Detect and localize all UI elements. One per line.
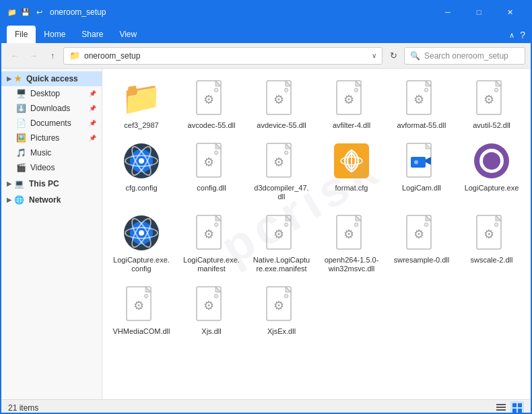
address-path: oneroom_setup (84, 51, 140, 61)
file-item[interactable]: ⚙ ⚙ LogiCapture.exe. manifest (178, 209, 245, 277)
file-item[interactable]: cfg.config (108, 137, 175, 205)
sidebar-item-pictures[interactable]: 🖼️ Pictures 📌 (1, 131, 102, 145)
address-dropdown-icon[interactable]: ∨ (372, 52, 376, 59)
file-item[interactable]: ⚙ ⚙ openh264-1.5.0- win32msvc.dll (318, 209, 385, 277)
file-icon-LogiCapture.exe (471, 141, 512, 181)
file-item[interactable]: ⚙ ⚙ swscale-2.dll (458, 209, 525, 277)
refresh-button[interactable]: ↻ (385, 48, 401, 64)
file-icon-swresample-0.dll: ⚙ ⚙ (401, 213, 442, 253)
file-icon-Native.LogiCapture.exe.manifest: ⚙ ⚙ (261, 213, 302, 253)
file-label: Xjs.dll (201, 327, 221, 336)
search-icon: 🔍 (410, 51, 420, 61)
up-button[interactable]: ↑ (44, 48, 61, 64)
file-item[interactable]: 📁cef3_2987 (108, 74, 175, 134)
minimize-button[interactable]: ─ (432, 1, 463, 23)
svg-text:⚙: ⚙ (484, 93, 494, 106)
file-item[interactable]: ⚙ ⚙ d3dcompiler_47. dll (248, 137, 315, 205)
file-label: avfilter-4.dll (333, 121, 370, 130)
file-label: swresample-0.dll (394, 256, 450, 265)
file-item[interactable]: ⚙ ⚙ avfilter-4.dll (318, 74, 385, 134)
dll-icon: ⚙ ⚙ (265, 214, 298, 252)
file-item[interactable]: ⚙ ⚙ Xjs.dll (178, 280, 245, 340)
forward-button[interactable]: → (26, 48, 42, 64)
svg-text:⚙: ⚙ (133, 299, 144, 312)
search-placeholder: Search oneroom_setup (424, 51, 508, 61)
file-item[interactable]: ⚙ ⚙ avutil-52.dll (458, 74, 525, 134)
sidebar-item-desktop[interactable]: 🖥️ Desktop 📌 (1, 86, 102, 101)
close-button[interactable]: ✕ (494, 1, 525, 23)
atom-icon (124, 215, 159, 250)
svg-rect-83 (496, 407, 506, 408)
svg-text:⚙: ⚙ (213, 221, 219, 228)
ribbon-tabs: File Home Share View ∧ ? (1, 23, 531, 43)
list-view-button[interactable] (494, 401, 508, 415)
file-item[interactable]: ⚙ ⚙ avformat-55.dll (388, 74, 455, 134)
file-label: VHMediaCOM.dll (113, 327, 170, 336)
svg-text:⚙: ⚙ (343, 228, 354, 241)
search-field[interactable]: 🔍 Search oneroom_setup (404, 47, 525, 65)
sidebar-item-documents[interactable]: 📄 Documents 📌 (1, 116, 102, 131)
help-button[interactable]: ? (520, 30, 525, 40)
back-button[interactable]: ← (7, 48, 23, 64)
file-label: avdevice-55.dll (257, 121, 306, 130)
file-item[interactable]: ⚙ ⚙ XjsEx.dll (248, 280, 315, 340)
pin-icon-downloads: 📌 (89, 105, 96, 112)
file-item[interactable]: ⚙ ⚙ VHMediaCOM.dll (108, 280, 175, 340)
grid-view-button[interactable] (510, 401, 524, 415)
ribbon-expand-button[interactable]: ∧ ? (509, 30, 525, 43)
sidebar-section-this-pc: ▶ 💻 This PC (1, 176, 102, 191)
svg-text:⚙: ⚙ (213, 293, 219, 300)
file-item[interactable]: ⚙ ⚙ swresample-0.dll (388, 209, 455, 277)
file-icon-config.dll: ⚙ ⚙ (191, 141, 232, 181)
tab-view[interactable]: View (111, 26, 145, 43)
sidebar-header-network[interactable]: ▶ 🌐 Network (1, 193, 102, 207)
svg-text:⚙: ⚙ (273, 156, 284, 169)
dll-icon: ⚙ ⚙ (335, 214, 368, 252)
file-item[interactable]: LogiCam.dll (388, 137, 455, 205)
window-icon-undo: ↩ (34, 7, 44, 18)
sidebar-item-downloads[interactable]: ⬇️ Downloads 📌 (1, 101, 102, 116)
sidebar-item-videos[interactable]: 🎬 Videos (1, 160, 102, 175)
sidebar-item-music[interactable]: 🎵 Music (1, 145, 102, 160)
file-item[interactable]: LogiCapture.exe (458, 137, 525, 205)
svg-rect-87 (512, 409, 517, 413)
file-icon-LogiCam.dll (401, 141, 442, 181)
file-icon-LogiCapture.exe.manifest: ⚙ ⚙ (191, 213, 232, 253)
tab-file[interactable]: File (7, 26, 36, 43)
svg-text:⚙: ⚙ (203, 299, 214, 312)
window-icon-folder: 📁 (7, 7, 18, 18)
grid-view-icon (512, 403, 522, 413)
tab-share[interactable]: Share (73, 26, 111, 43)
sidebar-header-quick-access[interactable]: ▶ ★ Quick access (1, 71, 102, 86)
file-item[interactable]: ⚙ ⚙ avdevice-55.dll (248, 74, 315, 134)
file-label: avcodec-55.dll (188, 121, 236, 130)
file-item[interactable]: ⚙ ⚙ Native.LogiCaptu re.exe.manifest (248, 209, 315, 277)
status-bar: 21 items (1, 399, 531, 414)
dll-icon: ⚙ ⚙ (125, 285, 158, 323)
file-area: 📁cef3_2987 ⚙ ⚙ avcodec-55.dll ⚙ ⚙ avdevi… (102, 69, 531, 399)
window: 📁 💾 ↩ oneroom_setup ─ □ ✕ File Home Shar… (0, 0, 532, 414)
maximize-button[interactable]: □ (463, 1, 494, 23)
file-item[interactable]: ⚙ ⚙ config.dll (178, 137, 245, 205)
svg-text:⚙: ⚙ (424, 87, 429, 94)
file-label: LogiCam.dll (402, 184, 441, 193)
address-field[interactable]: 📁 oneroom_setup ∨ (63, 47, 383, 65)
desktop-icon: 🖥️ (16, 89, 26, 98)
main-content: ▶ ★ Quick access 🖥️ Desktop 📌 ⬇️ Downloa… (1, 69, 531, 399)
chevron-up-icon: ∧ (509, 31, 514, 40)
window-icon-save: 💾 (20, 7, 31, 18)
file-label: avutil-52.dll (473, 121, 510, 130)
file-icon-VHMediaCOM.dll: ⚙ ⚙ (121, 284, 162, 324)
file-item[interactable]: format.cfg (318, 137, 385, 205)
file-icon-Xjs.dll: ⚙ ⚙ (191, 284, 232, 324)
svg-text:⚙: ⚙ (203, 156, 214, 169)
window-title: oneroom_setup (50, 7, 432, 17)
file-item[interactable]: ⚙ ⚙ avcodec-55.dll (178, 74, 245, 134)
file-grid: 📁cef3_2987 ⚙ ⚙ avcodec-55.dll ⚙ ⚙ avdevi… (108, 74, 525, 340)
file-label: Native.LogiCaptu re.exe.manifest (251, 256, 312, 273)
file-item[interactable]: LogiCapture.exe. config (108, 209, 175, 277)
tab-home[interactable]: Home (36, 26, 73, 43)
network-icon: 🌐 (14, 195, 24, 205)
file-icon-swscale-2.dll: ⚙ ⚙ (471, 213, 512, 253)
sidebar-header-this-pc[interactable]: ▶ 💻 This PC (1, 176, 102, 191)
